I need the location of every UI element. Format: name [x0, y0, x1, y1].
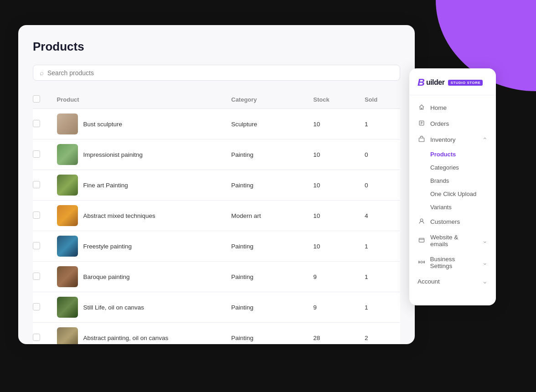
sidebar-item-account[interactable]: Account: [409, 273, 496, 289]
row-stock-cell: 10: [308, 170, 359, 201]
row-product-cell: Abstract mixed techniques: [52, 201, 226, 231]
row-stock-cell: 9: [308, 262, 359, 292]
website-emails-label: Website & emails: [430, 234, 478, 248]
row-sold-cell: 1: [359, 109, 400, 139]
row-checkbox-cell: [33, 109, 52, 139]
row-sold-cell: 2: [359, 323, 400, 345]
orders-label: Orders: [430, 120, 449, 127]
row-checkbox-7[interactable]: [33, 334, 40, 341]
row-sold-cell: 1: [359, 231, 400, 262]
row-category-cell: Painting: [226, 170, 308, 201]
row-sold-cell: 4: [359, 201, 400, 231]
svg-rect-4: [419, 138, 424, 142]
business-settings-expand-icon: [482, 259, 488, 266]
row-category-cell: Painting: [226, 323, 308, 345]
row-stock-cell: 28: [308, 323, 359, 345]
logo-text: uilder: [426, 78, 445, 87]
row-sold-cell: 1: [359, 262, 400, 292]
table-row: Abstract painting, oil on canvas Paintin…: [33, 323, 400, 345]
sidebar-sub-products[interactable]: Products: [409, 148, 496, 161]
svg-rect-6: [419, 238, 424, 242]
products-table: Product Category Stock Sold Bust sculptu…: [33, 91, 400, 344]
row-checkbox-cell: [33, 262, 52, 292]
product-name: Freestyle painting: [83, 243, 132, 250]
row-category-cell: Sculpture: [226, 109, 308, 139]
product-thumbnail: [57, 266, 78, 287]
row-stock-cell: 10: [308, 109, 359, 139]
sidebar-sub-one-click-upload[interactable]: One Click Upload: [409, 187, 496, 201]
main-card: Products ⌕ Product Category Stock Sold: [18, 25, 415, 344]
table-row: Fine art Painting Painting 10 0: [33, 170, 400, 201]
settings-icon: [417, 259, 426, 267]
logo-b-letter: B: [417, 77, 424, 88]
product-name: Abstract mixed techniques: [83, 212, 155, 219]
row-product-cell: Fine art Painting: [52, 170, 226, 201]
row-checkbox-4[interactable]: [33, 242, 40, 249]
row-category-cell: Painting: [226, 262, 308, 292]
row-product-cell: Still Life, oil on canvas: [52, 292, 226, 323]
orders-icon: [417, 120, 426, 128]
row-product-cell: Baroque painting: [52, 262, 226, 292]
product-thumbnail: [57, 236, 78, 257]
row-checkbox-cell: [33, 231, 52, 262]
row-checkbox-cell: [33, 170, 52, 201]
customers-icon: [417, 218, 426, 226]
table-header-row: Product Category Stock Sold: [33, 91, 400, 109]
table-row: Baroque painting Painting 9 1: [33, 262, 400, 292]
table-row: Abstract mixed techniques Modern art 10 …: [33, 201, 400, 231]
table-row: Impressionist painitng Painting 10 0: [33, 139, 400, 170]
search-input[interactable]: [47, 69, 393, 77]
sidebar-sub-brands[interactable]: Brands: [409, 174, 496, 187]
row-category-cell: Painting: [226, 231, 308, 262]
product-thumbnail: [57, 297, 78, 318]
row-checkbox-3[interactable]: [33, 211, 40, 219]
sidebar-item-business-settings[interactable]: Business Settings: [409, 252, 496, 273]
row-checkbox-2[interactable]: [33, 181, 40, 188]
row-checkbox-cell: [33, 139, 52, 170]
product-thumbnail: [57, 327, 78, 344]
row-product-cell: Impressionist painitng: [52, 139, 226, 170]
row-checkbox-0[interactable]: [33, 120, 40, 127]
inventory-icon: [417, 136, 426, 144]
row-product-cell: Bust sculpture: [52, 109, 226, 139]
row-checkbox-6[interactable]: [33, 303, 40, 310]
svg-point-8: [421, 261, 423, 263]
account-expand-icon: [482, 278, 488, 285]
row-checkbox-cell: [33, 323, 52, 345]
product-name: Abstract painting, oil on canvas: [83, 335, 169, 341]
table-row: Freestyle painting Painting 10 1: [33, 231, 400, 262]
account-label: Account: [417, 278, 440, 285]
product-name: Fine art Painting: [83, 182, 128, 189]
row-checkbox-cell: [33, 292, 52, 323]
sidebar-sub-variants[interactable]: Variants: [409, 201, 496, 214]
logo-badge: STUDIO STORE: [448, 80, 483, 86]
sidebar-item-customers[interactable]: Customers: [409, 214, 496, 230]
product-thumbnail: [57, 175, 78, 196]
sidebar-item-website-emails[interactable]: Website & emails: [409, 230, 496, 252]
product-name: Still Life, oil on canvas: [83, 304, 144, 311]
website-icon: [417, 237, 426, 245]
header-sold: Sold: [359, 91, 400, 109]
sidebar-item-inventory[interactable]: Inventory: [409, 132, 496, 148]
business-settings-label: Business Settings: [430, 256, 478, 269]
row-stock-cell: 10: [308, 231, 359, 262]
table-row: Bust sculpture Sculpture 10 1: [33, 109, 400, 139]
row-checkbox-1[interactable]: [33, 150, 40, 158]
sidebar-item-home[interactable]: Home: [409, 100, 496, 116]
home-label: Home: [430, 104, 447, 111]
table-row: Still Life, oil on canvas Painting 9 1: [33, 292, 400, 323]
page-title: Products: [33, 40, 400, 54]
header-category: Category: [226, 91, 308, 109]
svg-point-5: [420, 219, 423, 222]
product-name: Baroque painting: [83, 273, 130, 280]
sidebar-sub-categories[interactable]: Categories: [409, 161, 496, 174]
row-sold-cell: 1: [359, 292, 400, 323]
home-icon: [417, 104, 426, 112]
row-category-cell: Painting: [226, 139, 308, 170]
sidebar-item-orders[interactable]: Orders: [409, 116, 496, 132]
website-expand-icon: [482, 237, 488, 244]
product-name: Bust sculpture: [83, 121, 123, 128]
search-icon: ⌕: [40, 69, 44, 77]
select-all-checkbox[interactable]: [33, 95, 40, 103]
row-checkbox-5[interactable]: [33, 273, 40, 280]
